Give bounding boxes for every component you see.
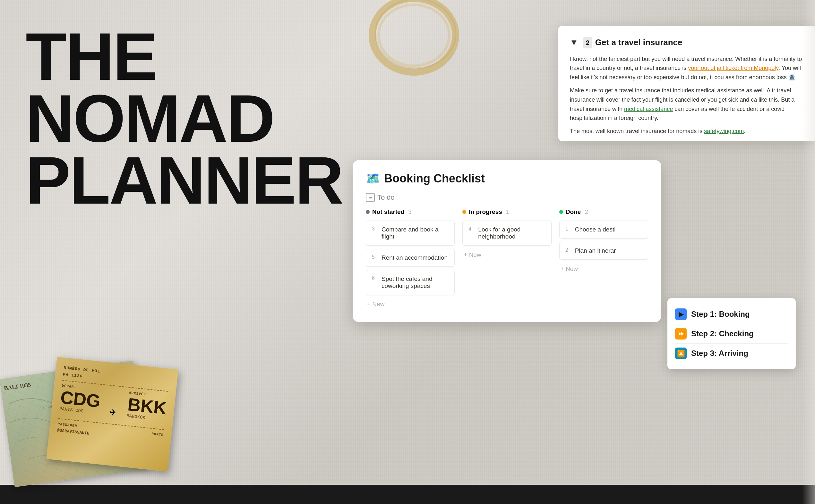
- col-not-started: Not started 3 3 Compare and book a fligh…: [366, 208, 455, 310]
- in-progress-label: In progress: [469, 208, 502, 215]
- kanban-item-accommodation[interactable]: 5 Rent an accommodation: [366, 249, 455, 267]
- step-3-label: Step 3: Arriving: [691, 349, 748, 358]
- kanban-item-itinerary[interactable]: 2 Plan an itinerar: [559, 242, 648, 260]
- insurance-card: ▼ 2 Get a travel insurance I know, not t…: [558, 26, 815, 141]
- toggle-icon[interactable]: ▼: [570, 36, 578, 49]
- in-progress-count: 1: [506, 208, 509, 215]
- item-num-5: 5: [372, 254, 378, 260]
- booking-title-text: Booking Checklist: [384, 172, 485, 185]
- plane-icon: ✈: [109, 407, 117, 418]
- title-area: THE NOMAD PLANNER: [26, 26, 342, 212]
- insurance-para-1: I know, not the fanciest part but you wi…: [570, 55, 810, 82]
- item-num-4: 4: [468, 226, 475, 232]
- item-num-6: 6: [372, 275, 378, 281]
- booking-subtitle: ☰ To do: [366, 193, 648, 202]
- passenger-name: @SARAVISSANTE: [57, 428, 89, 436]
- item-text-destination: Choose a desti: [575, 226, 616, 233]
- booking-title: 🗺️ Booking Checklist: [366, 172, 648, 185]
- insurance-number: 2: [583, 37, 592, 48]
- ticket-card: NUMÉRO DE VOL PA 1136 DÉPART CDG PARIS C…: [46, 357, 178, 472]
- kanban-columns: Not started 3 3 Compare and book a fligh…: [366, 208, 648, 310]
- item-num-2: 2: [565, 247, 572, 253]
- done-dot: [559, 210, 563, 214]
- in-progress-add-new[interactable]: + New: [462, 249, 551, 261]
- kanban-item-flight[interactable]: 3 Compare and book a flight: [366, 221, 455, 246]
- booking-subtitle-text: To do: [377, 193, 395, 202]
- col-not-started-header: Not started 3: [366, 208, 455, 215]
- in-progress-dot: [462, 210, 466, 214]
- link-medical[interactable]: medical assistance: [624, 106, 673, 112]
- gate-label: PORTE: [151, 432, 164, 437]
- item-num-3: 3: [372, 226, 378, 232]
- step-3-item[interactable]: 🔼 Step 3: Arriving: [675, 344, 788, 363]
- step-1-item[interactable]: ▶ Step 1: Booking: [675, 305, 788, 324]
- kanban-item-neighborhood[interactable]: 4 Look for a good neighborhood: [462, 221, 551, 246]
- item-text-accommodation: Rent an accommodation: [382, 254, 448, 261]
- title-line-3: PLANNER: [26, 149, 342, 211]
- col-done: Done 2 1 Choose a desti 2 Plan an itiner…: [559, 208, 648, 310]
- kanban-item-cafes[interactable]: 6 Spot the cafes and coworking spaces: [366, 270, 455, 295]
- steps-popup-card: ▶ Step 1: Booking ⏩ Step 2: Checking 🔼 S…: [668, 298, 796, 369]
- link-safetywing[interactable]: safetywing.com: [704, 128, 744, 134]
- insurance-para-2: Make sure to get a travel insurance that…: [570, 86, 810, 123]
- insurance-title-text: Get a travel insurance: [595, 36, 683, 49]
- item-text-cafes: Spot the cafes and coworking spaces: [382, 275, 449, 290]
- col-in-progress: In progress 1 4 Look for a good neighbor…: [462, 208, 551, 310]
- item-text-flight: Compare and book a flight: [382, 226, 449, 240]
- step-2-item[interactable]: ⏩ Step 2: Checking: [675, 324, 788, 344]
- step-1-icon: ▶: [675, 308, 687, 320]
- col-in-progress-header: In progress 1: [462, 208, 551, 215]
- map-ticket-area: BALI 1935 Singabama Denpas... Buleleng N…: [0, 324, 186, 485]
- booking-checklist-card: 🗺️ Booking Checklist ☰ To do Not started…: [353, 160, 661, 322]
- step-3-icon: 🔼: [675, 348, 687, 359]
- link-jail-ticket[interactable]: your out of jail ticket from Monopoly: [688, 65, 778, 71]
- item-text-neighborhood: Look for a good neighborhood: [478, 226, 545, 240]
- step-1-label: Step 1: Booking: [691, 310, 750, 319]
- title-line-2: NOMAD: [26, 88, 342, 149]
- insurance-para-3: The most well known travel insurance for…: [570, 127, 810, 136]
- todo-icon: ☰: [366, 193, 375, 202]
- done-add-new[interactable]: + New: [559, 263, 648, 275]
- step-2-label: Step 2: Checking: [691, 329, 754, 338]
- done-label: Done: [566, 208, 581, 215]
- kanban-item-destination[interactable]: 1 Choose a desti: [559, 221, 648, 239]
- step-2-icon: ⏩: [675, 328, 687, 340]
- bottom-bar: [0, 485, 815, 504]
- title-line-1: THE: [26, 26, 342, 88]
- not-started-label: Not started: [372, 208, 404, 215]
- not-started-add-new[interactable]: + New: [366, 298, 455, 310]
- not-started-count: 3: [408, 208, 412, 215]
- col-done-header: Done 2: [559, 208, 648, 215]
- done-count: 2: [584, 208, 588, 215]
- item-text-itinerary: Plan an itinerar: [575, 247, 616, 254]
- not-started-dot: [366, 210, 370, 214]
- booking-icon: 🗺️: [366, 172, 380, 185]
- item-num-1: 1: [565, 226, 572, 232]
- insurance-title: ▼ 2 Get a travel insurance: [570, 36, 810, 49]
